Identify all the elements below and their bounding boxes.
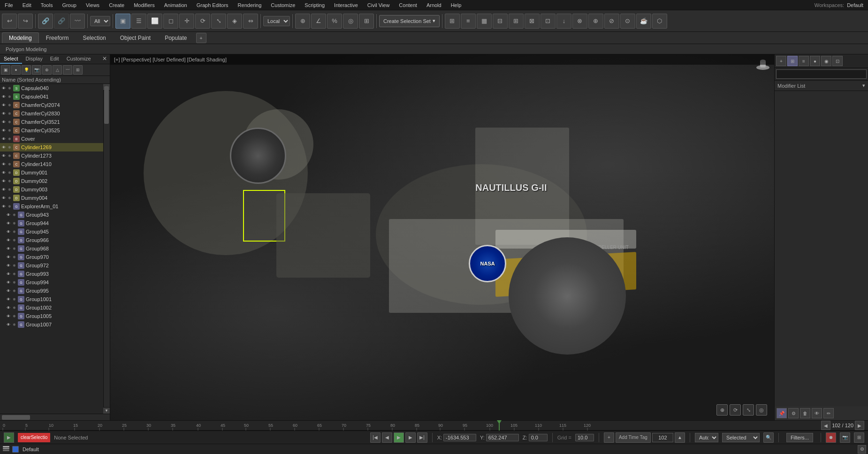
tb-btn-11[interactable]: ⊙ (620, 14, 635, 29)
modifier-edit-button[interactable]: ✏ (823, 408, 834, 418)
link-button[interactable]: 🔗 (38, 14, 53, 29)
list-item[interactable]: 👁 ❄ G Group993 (0, 270, 103, 278)
tb-btn-10[interactable]: ⊘ (604, 14, 619, 29)
list-item[interactable]: 👁 ❄ G ExplorerArm_01 (0, 202, 103, 211)
menu-edit[interactable]: Edit (18, 1, 36, 9)
modifier-eye-button[interactable]: 👁 (812, 408, 822, 418)
list-item[interactable]: 👁 ❄ G Group966 (0, 236, 103, 244)
menu-group[interactable]: Group (57, 1, 81, 9)
list-item[interactable]: 👁 ❄ G Group972 (0, 261, 103, 270)
tab-modeling[interactable]: Modeling (2, 32, 39, 43)
animation-mode-button[interactable]: ▶ (4, 432, 14, 443)
list-item[interactable]: 👁 ❄ S Capsule041 (0, 92, 103, 101)
list-item[interactable]: 👁 ❄ G Group968 (0, 244, 103, 253)
modifier-config-button[interactable]: ⚙ (788, 408, 799, 418)
menu-views[interactable]: Views (81, 1, 104, 9)
x-value[interactable]: -1634.553 (443, 434, 476, 441)
y-value[interactable]: 652.247 (486, 434, 519, 441)
menu-rendering[interactable]: Rendering (233, 1, 266, 9)
mod-tab-1[interactable]: + (776, 56, 786, 66)
viewport-nav-btn-4[interactable]: ◎ (756, 404, 767, 416)
viewport-nav-btn-2[interactable]: ⟳ (730, 404, 741, 416)
key-add-icon[interactable]: + (604, 432, 614, 443)
z-value[interactable]: 0.0 (529, 434, 548, 441)
mod-tab-2[interactable]: ⊞ (787, 56, 798, 66)
list-item[interactable]: 👁 ❄ C ChamferCyl3521 (0, 118, 103, 126)
list-item[interactable]: 👁 ❄ D Dummy001 (0, 168, 103, 177)
tb-btn-6[interactable]: ⊡ (541, 14, 556, 29)
tb-btn-12[interactable]: ☕ (636, 14, 651, 29)
scene-tb-spline[interactable]: 〰 (63, 65, 72, 75)
list-item[interactable]: 👁 ❄ C Cylinder1410 (0, 160, 103, 168)
select-button[interactable]: ▣ (115, 14, 130, 29)
list-item[interactable]: 👁 ❄ G Group970 (0, 253, 103, 261)
se-tab-edit[interactable]: Edit (46, 54, 63, 64)
scene-tb-helper[interactable]: ⊕ (42, 65, 52, 75)
frame-spinner-up[interactable]: ▲ (675, 432, 685, 443)
viewport-nav-btn-3[interactable]: ⤡ (743, 404, 754, 416)
scene-tb-camera[interactable]: 📷 (32, 65, 41, 75)
clear-selection-button[interactable]: clearSelectio (18, 433, 50, 442)
frame-input[interactable] (652, 433, 673, 442)
filters-button[interactable]: Filters... (786, 433, 813, 442)
list-item[interactable]: 👁 ❄ C ChamferCyl2830 (0, 109, 103, 118)
tb-btn-5[interactable]: ⊠ (525, 14, 540, 29)
timeline-ruler[interactable]: 0 5 10 15 20 25 30 35 40 45 50 55 60 65 … (0, 420, 817, 431)
scale-button[interactable]: ⤡ (211, 14, 226, 29)
menu-arnold[interactable]: Arnold (422, 1, 446, 9)
menu-graph-editors[interactable]: Graph Editors (192, 1, 233, 9)
ref-coord-button[interactable]: ◈ (227, 14, 242, 29)
filter-dropdown[interactable]: All (90, 16, 110, 26)
rect-select-button[interactable]: ⬜ (147, 14, 162, 29)
next-frame-button[interactable]: ▶ (405, 432, 416, 443)
tab-freeform[interactable]: Freeform (39, 32, 76, 43)
undo-button[interactable]: ↩ (2, 14, 17, 29)
selected-dropdown[interactable]: Selected (722, 433, 760, 442)
camera-button[interactable]: 📷 (840, 432, 850, 443)
search-button[interactable]: 🔍 (763, 432, 774, 443)
list-item[interactable]: 👁 ❄ G Group944 (0, 219, 103, 227)
tb-btn-13[interactable]: ⬡ (652, 14, 667, 29)
list-item[interactable]: 👁 ❄ S Capsule040 (0, 84, 103, 92)
tb-btn-1[interactable]: ≡ (461, 14, 476, 29)
goto-end-button[interactable]: ▶| (417, 432, 427, 443)
list-horizontal-scroll[interactable] (0, 414, 110, 420)
rotate-button[interactable]: ⟳ (195, 14, 210, 29)
list-item[interactable]: 👁 ❄ G Group1002 (0, 303, 103, 312)
region-select-button[interactable]: ◻ (163, 14, 178, 29)
list-item[interactable]: 👁 ❄ D Dummy003 (0, 185, 103, 194)
menu-content[interactable]: Content (394, 1, 422, 9)
angle-snap[interactable]: ∠ (311, 14, 326, 29)
menu-tools[interactable]: Tools (36, 1, 58, 9)
list-item[interactable]: 👁 ❄ G Group994 (0, 278, 103, 287)
list-item[interactable]: 👁 ❄ G Group945 (0, 227, 103, 236)
select-by-name-button[interactable]: ☰ (131, 14, 146, 29)
list-item[interactable]: 👁 ❄ B Cover (0, 135, 103, 143)
scene-tb-select[interactable]: ▣ (1, 65, 10, 75)
snap-toggle[interactable]: ⊕ (295, 14, 310, 29)
se-tab-select[interactable]: Select (0, 54, 22, 64)
redo-button[interactable]: ↪ (18, 14, 33, 29)
spinner-snap[interactable]: ◎ (343, 14, 358, 29)
menu-animation[interactable]: Animation (160, 1, 192, 9)
layer-settings-button[interactable]: ⚙ (858, 445, 866, 454)
menu-help[interactable]: Help (446, 1, 466, 9)
add-time-tag-button[interactable]: Add Time Tag (616, 432, 651, 443)
grid-value[interactable]: 10.0 (575, 434, 594, 441)
list-item[interactable]: 👁 ❄ C Cylinder1273 (0, 151, 103, 160)
menu-civil-view[interactable]: Civil View (363, 1, 394, 9)
tb-btn-9[interactable]: ⊕ (588, 14, 603, 29)
render-button[interactable]: ⊞ (854, 432, 864, 443)
tl-next-button[interactable]: ▶ (855, 421, 864, 430)
goto-start-button[interactable]: |◀ (370, 432, 381, 443)
menu-customize[interactable]: Customize (266, 1, 300, 9)
scene-explorer-close-button[interactable]: ✕ (99, 54, 110, 64)
tab-extra-button[interactable]: + (196, 33, 206, 43)
tb-btn-4[interactable]: ⊞ (509, 14, 524, 29)
unlink-button[interactable]: 🔗 (54, 14, 69, 29)
tab-selection[interactable]: Selection (76, 32, 113, 43)
list-item[interactable]: 👁 ❄ G Group1007 (0, 320, 103, 329)
list-item[interactable]: 👁 ❄ G Group995 (0, 287, 103, 295)
se-tab-display[interactable]: Display (22, 54, 46, 64)
tl-prev-button[interactable]: ◀ (821, 421, 830, 430)
